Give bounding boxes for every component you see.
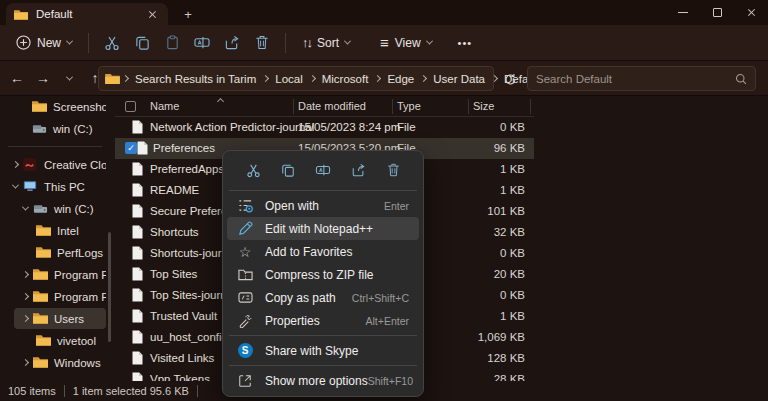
minimize-button[interactable] [666, 0, 700, 25]
sidebar-item-windows[interactable]: Windows [14, 352, 106, 373]
file-size: 128 KB [445, 352, 525, 364]
plus-circle-icon [16, 35, 31, 50]
chevron-right-icon[interactable] [10, 162, 20, 167]
close-icon [148, 10, 157, 19]
menu-item-share-skype[interactable]: S Share with Skype [227, 339, 419, 362]
menu-item-label: Compress to ZIP file [265, 268, 409, 282]
sidebar-item-vivetool[interactable]: vivetool [4, 330, 106, 351]
chevron-right-icon[interactable] [20, 294, 30, 299]
menu-item-label: Show more options [265, 374, 368, 388]
cut-button[interactable] [97, 30, 127, 56]
back-button[interactable]: ← [4, 65, 30, 91]
folder-icon [36, 334, 51, 347]
address-row: ← → ↑ Search Results in Tarim Local Micr… [0, 61, 768, 96]
address-bar[interactable]: Search Results in Tarim Local Microsoft … [98, 66, 494, 91]
file-size: 1 KB [445, 184, 525, 196]
delete-button[interactable] [379, 159, 407, 181]
sidebar-item-program-files-x86[interactable]: Program File [14, 286, 106, 307]
sidebar-item-screenshots[interactable]: Screenshots [4, 96, 106, 117]
chevron-right-icon[interactable] [20, 316, 30, 321]
folder-icon [33, 268, 48, 281]
sort-button[interactable]: ↑↓ Sort [294, 31, 358, 55]
breadcrumb-segment[interactable]: Local [271, 71, 307, 87]
rename-button[interactable] [309, 159, 337, 181]
breadcrumb-segment[interactable]: Search Results in Tarim [131, 71, 260, 87]
sort-button-label: Sort [317, 36, 339, 50]
search-input[interactable] [536, 73, 735, 85]
folder-icon [33, 290, 48, 303]
close-window-button[interactable] [734, 0, 768, 25]
chevron-right-icon[interactable] [20, 360, 30, 365]
select-all-checkbox[interactable] [125, 101, 136, 112]
folder-icon [33, 356, 48, 369]
sidebar-item-label: Program File [54, 291, 106, 303]
sidebar-item-program-files[interactable]: Program File [14, 264, 106, 285]
tab-title: Default [36, 8, 144, 20]
skype-icon: S [237, 343, 253, 359]
refresh-button[interactable] [500, 69, 520, 89]
copy-button[interactable] [274, 159, 302, 181]
sidebar-scrollbar[interactable] [108, 232, 111, 342]
chevron-down-icon[interactable] [20, 206, 30, 211]
folder-icon [105, 73, 120, 84]
menu-item-add-to-favorites[interactable]: ☆ Add to Favorites [227, 240, 419, 263]
view-button[interactable]: ≡ View [372, 30, 440, 55]
status-divider [64, 385, 65, 397]
sidebar-item-label: Program File [54, 269, 106, 281]
paste-button[interactable] [157, 30, 187, 56]
chevron-right-icon[interactable] [20, 272, 30, 277]
breadcrumb-segment[interactable]: Microsoft [318, 71, 373, 87]
share-button[interactable] [217, 30, 247, 56]
delete-button[interactable] [247, 30, 277, 56]
copy-button[interactable] [127, 30, 157, 56]
toolbar-divider [285, 33, 286, 53]
tab-close-button[interactable] [144, 6, 160, 22]
sort-ascending-icon [218, 94, 223, 106]
breadcrumb-segment[interactable]: Edge [383, 71, 418, 87]
menu-item-label: Add to Favorites [265, 245, 409, 259]
rename-button[interactable] [187, 30, 217, 56]
recent-locations-button[interactable] [56, 65, 82, 91]
breadcrumb-chevron-icon [421, 76, 426, 81]
sidebar-divider [8, 146, 102, 147]
breadcrumb-segment[interactable]: User Data [429, 71, 489, 87]
new-button[interactable]: New [8, 30, 80, 55]
sidebar-item-this-pc[interactable]: This PC [4, 176, 106, 197]
column-header-date[interactable]: Date modified [298, 100, 366, 112]
sidebar-item-label: PerfLogs [57, 247, 103, 259]
share-button[interactable] [344, 159, 372, 181]
column-header-type[interactable]: Type [397, 100, 421, 112]
column-header-name[interactable]: Name [150, 100, 179, 112]
navigation-pane: Screenshots win (C:) Creative Cloud F Th… [0, 96, 112, 381]
cut-button[interactable] [239, 159, 267, 181]
chevron-down-icon[interactable] [10, 184, 20, 189]
menu-item-properties[interactable]: Properties Alt+Enter [227, 309, 419, 332]
see-more-button[interactable]: ••• [450, 32, 481, 54]
maximize-button[interactable] [700, 0, 734, 25]
sidebar-item-perflogs[interactable]: PerfLogs [4, 242, 106, 263]
sidebar-item-users[interactable]: Users [14, 308, 106, 329]
column-divider [530, 99, 531, 114]
menu-item-open-with[interactable]: Open with Enter [227, 194, 419, 217]
menu-item-copy-as-path[interactable]: Copy as path Ctrl+Shift+C [227, 286, 419, 309]
drive-icon [33, 202, 48, 215]
explorer-tab[interactable]: Default [6, 3, 168, 25]
menu-item-show-more-options[interactable]: Show more options Shift+F10 [227, 369, 419, 392]
sidebar-item-win-c[interactable]: win (C:) [14, 198, 106, 219]
rename-icon [315, 163, 331, 177]
file-row[interactable]: Network Action Predictor-journal 15/05/2… [115, 117, 534, 138]
checked-checkbox[interactable]: ✓ [125, 142, 137, 154]
menu-item-edit-with-notepad[interactable]: Edit with Notepad++ [227, 217, 419, 240]
rename-icon [194, 35, 210, 50]
sidebar-item-creative-cloud[interactable]: Creative Cloud F [4, 154, 106, 175]
computer-icon [23, 180, 38, 193]
menu-item-compress-zip[interactable]: Compress to ZIP file [227, 263, 419, 286]
column-header-size[interactable]: Size [473, 100, 494, 112]
forward-button[interactable]: → [30, 65, 56, 91]
search-box[interactable] [527, 66, 756, 91]
new-tab-button[interactable]: + [180, 6, 196, 22]
sidebar-item-intel[interactable]: Intel [4, 220, 106, 241]
sidebar-item-win-c-pinned[interactable]: win (C:) [4, 118, 106, 139]
file-icon [132, 162, 143, 176]
open-with-icon [237, 198, 253, 214]
